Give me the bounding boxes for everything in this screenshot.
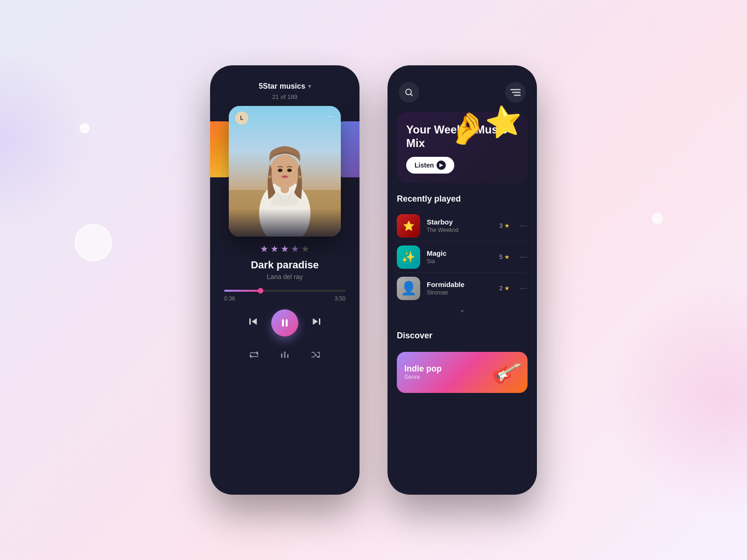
svg-marker-12 <box>313 318 318 325</box>
album-options-icon[interactable]: ··· <box>324 112 334 121</box>
playback-controls <box>248 309 322 336</box>
track-thumb-magic: ✨ <box>397 245 420 269</box>
progress-bar-container[interactable]: 0:36 3:50 <box>224 290 345 302</box>
discover-card-indie-pop[interactable]: Indie pop Genre 🎸 <box>397 352 528 393</box>
total-time: 3:50 <box>335 295 345 302</box>
track-info-formidable: Formidable Stromae <box>427 280 493 296</box>
bottom-controls <box>249 350 321 362</box>
track-more-magic[interactable]: ··· <box>520 253 528 261</box>
track-rating-starboy: 3 ★ <box>499 222 509 229</box>
home-topbar <box>397 82 528 103</box>
album-art: L ··· <box>229 106 341 237</box>
discover-genre: Indie pop <box>404 364 442 374</box>
svg-point-6 <box>268 175 271 178</box>
rating-star-magic: ★ <box>504 253 510 260</box>
shuffle-icon[interactable] <box>310 350 321 362</box>
star-2: ★ <box>270 243 279 254</box>
song-title: Dark paradise <box>251 259 319 271</box>
prev-button[interactable] <box>248 316 258 329</box>
track-name-starboy: Starboy <box>427 218 493 226</box>
svg-point-17 <box>406 89 411 95</box>
listen-arrow-icon: ▶ <box>437 161 446 170</box>
search-button[interactable] <box>399 82 419 103</box>
phones-container: 5Star musics ▾ 21 of 189 <box>210 65 537 495</box>
svg-rect-15 <box>284 351 286 358</box>
song-artist: Lana del ray <box>267 273 303 280</box>
current-time: 0:36 <box>224 295 235 302</box>
svg-point-3 <box>270 154 300 188</box>
svg-rect-10 <box>282 319 284 327</box>
svg-point-7 <box>298 175 301 178</box>
menu-button[interactable] <box>505 82 526 103</box>
svg-point-5 <box>287 169 292 172</box>
track-info-magic: Magic Sia <box>427 249 493 265</box>
track-rating-magic: 5 ★ <box>499 253 509 260</box>
track-artist-magic: Sia <box>427 258 493 265</box>
svg-rect-9 <box>249 318 251 325</box>
show-more-chevron[interactable]: ˅ <box>397 308 528 320</box>
svg-rect-13 <box>319 318 320 325</box>
track-more-starboy[interactable]: ··· <box>520 222 528 230</box>
play-pause-button[interactable] <box>271 309 298 336</box>
svg-marker-8 <box>252 318 257 325</box>
star-5: ★ <box>301 243 310 254</box>
track-thumb-formidable: 👤 <box>397 277 420 300</box>
weekly-mix-banner: Your Weekly Music Mix Listen ▶ 🤌⭐ <box>397 112 528 183</box>
home-screen-phone: Your Weekly Music Mix Listen ▶ 🤌⭐ Recent… <box>388 65 537 495</box>
track-name-formidable: Formidable <box>427 280 493 288</box>
decoration-circle-small <box>79 123 90 133</box>
playlist-name[interactable]: 5Star musics ▾ <box>259 82 311 91</box>
playlist-name-text: 5Star musics <box>259 82 305 91</box>
recently-played-title: Recently played <box>397 194 528 204</box>
decoration-circle-right <box>652 213 663 224</box>
rating-number-magic: 5 <box>499 253 502 260</box>
track-count: 21 of 189 <box>272 93 297 100</box>
track-item-starboy[interactable]: ⭐ Starboy The Weeknd 3 ★ ··· <box>397 210 528 242</box>
rating-number-starboy: 3 <box>499 222 502 229</box>
star-1: ★ <box>260 243 268 254</box>
star-rating[interactable]: ★ ★ ★ ★ ★ <box>260 243 310 254</box>
discover-title: Discover <box>397 331 528 341</box>
repeat-icon[interactable] <box>249 350 259 362</box>
track-name-magic: Magic <box>427 249 493 257</box>
progress-fill <box>224 290 261 292</box>
svg-rect-16 <box>287 354 289 358</box>
discover-type: Genre <box>404 374 442 380</box>
track-more-formidable[interactable]: ··· <box>520 284 528 293</box>
listen-button[interactable]: Listen ▶ <box>406 157 454 174</box>
rating-star-formidable: ★ <box>504 285 510 292</box>
chevron-down-icon: ▾ <box>308 83 311 90</box>
track-item-formidable[interactable]: 👤 Formidable Stromae 2 ★ ··· <box>397 273 528 304</box>
listen-label: Listen <box>415 161 434 169</box>
equalizer-icon[interactable] <box>280 350 290 362</box>
track-info-starboy: Starboy The Weeknd <box>427 218 493 233</box>
track-thumb-starboy: ⭐ <box>397 214 420 238</box>
rating-number-formidable: 2 <box>499 285 502 292</box>
svg-rect-11 <box>286 319 288 327</box>
star-3: ★ <box>281 243 289 254</box>
track-artist-starboy: The Weeknd <box>427 227 493 233</box>
player-header: 5Star musics ▾ 21 of 189 <box>259 82 311 100</box>
track-artist-formidable: Stromae <box>427 289 493 296</box>
star-4: ★ <box>291 243 299 254</box>
track-rating-formidable: 2 ★ <box>499 285 509 292</box>
progress-bar[interactable] <box>224 290 345 292</box>
progress-thumb <box>258 288 263 294</box>
decoration-circle-left <box>75 224 112 261</box>
discover-emoji: 🎸 <box>489 356 523 389</box>
discover-label: Indie pop Genre <box>404 364 442 380</box>
track-item-magic[interactable]: ✨ Magic Sia 5 ★ ··· <box>397 242 528 273</box>
album-overlay <box>229 209 341 237</box>
next-button[interactable] <box>311 316 322 329</box>
svg-rect-14 <box>281 353 282 358</box>
album-user-icon: L <box>235 112 248 125</box>
svg-point-4 <box>278 169 282 172</box>
progress-times: 0:36 3:50 <box>224 295 345 302</box>
rating-star-starboy: ★ <box>504 222 510 229</box>
music-player-phone: 5Star musics ▾ 21 of 189 <box>210 65 359 495</box>
